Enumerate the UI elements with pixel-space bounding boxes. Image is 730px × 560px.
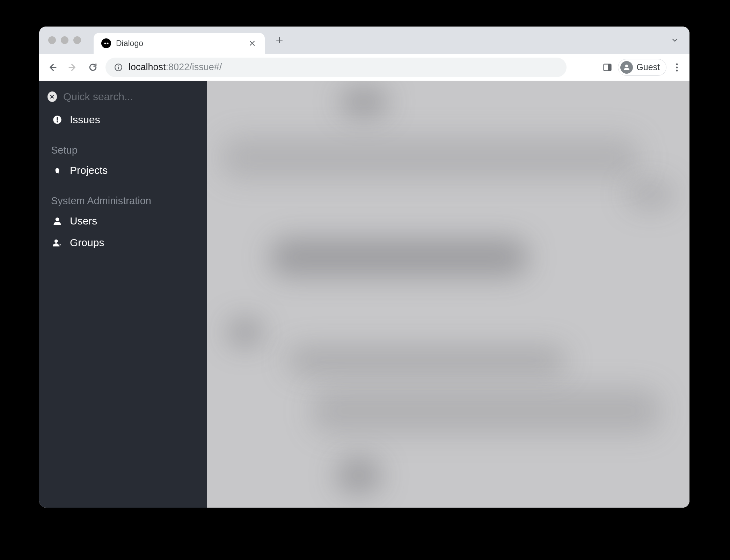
browser-window: Dialogo localhost:8022/issue#/ — [39, 27, 689, 508]
issues-icon — [52, 114, 63, 125]
group-icon — [52, 237, 63, 248]
tab-strip: Dialogo — [39, 27, 689, 54]
toolbar-right: Guest — [600, 59, 684, 76]
svg-point-7 — [676, 66, 678, 68]
window-close-button[interactable] — [48, 36, 56, 44]
browser-toolbar: localhost:8022/issue#/ Guest — [39, 54, 689, 81]
svg-rect-12 — [56, 173, 59, 174]
address-bar-url: localhost:8022/issue#/ — [129, 62, 222, 73]
svg-rect-4 — [608, 64, 611, 71]
app-sidebar: Issues Setup Projects System Administrat… — [39, 81, 207, 508]
nav-forward-button[interactable] — [65, 60, 80, 75]
tab-favicon-icon — [101, 38, 111, 48]
tab-close-button[interactable] — [247, 38, 257, 48]
sidebar-section-admin: System Administration — [39, 181, 207, 210]
profile-button[interactable]: Guest — [618, 59, 666, 76]
svg-point-6 — [676, 63, 678, 65]
page-content: Issues Setup Projects System Administrat… — [39, 81, 689, 508]
nav-back-button[interactable] — [45, 60, 60, 75]
sidebar-item-users[interactable]: Users — [39, 210, 207, 232]
new-tab-button[interactable] — [272, 33, 286, 47]
profile-avatar-icon — [620, 61, 633, 74]
sidebar-search-row — [39, 87, 207, 109]
svg-point-1 — [118, 65, 119, 66]
user-icon — [52, 215, 63, 227]
sidebar-item-label: Projects — [70, 164, 108, 176]
browser-tab[interactable]: Dialogo — [94, 33, 265, 54]
sidebar-item-projects[interactable]: Projects — [39, 160, 207, 181]
svg-point-8 — [676, 69, 678, 71]
search-clear-icon[interactable] — [48, 91, 57, 102]
tabs-dropdown-button[interactable] — [671, 36, 679, 44]
main-content-blurred — [207, 81, 689, 508]
tab-title: Dialogo — [116, 39, 247, 48]
svg-point-11 — [57, 121, 58, 123]
window-maximize-button[interactable] — [73, 36, 81, 44]
svg-point-5 — [625, 65, 628, 67]
address-bar[interactable]: localhost:8022/issue#/ — [105, 58, 567, 77]
svg-rect-10 — [57, 117, 58, 120]
nav-reload-button[interactable] — [85, 60, 101, 75]
site-info-icon[interactable] — [114, 63, 123, 72]
sidebar-section-setup: Setup — [39, 131, 207, 160]
sidebar-item-label: Groups — [70, 237, 104, 249]
profile-label: Guest — [636, 62, 660, 72]
sidebar-item-issues[interactable]: Issues — [39, 109, 207, 131]
projects-icon — [52, 165, 63, 176]
window-controls — [48, 36, 81, 44]
svg-point-13 — [56, 218, 59, 221]
sidebar-item-label: Users — [70, 215, 97, 227]
svg-point-14 — [54, 240, 58, 243]
side-panel-icon[interactable] — [600, 60, 614, 74]
sidebar-item-label: Issues — [70, 114, 100, 126]
browser-menu-button[interactable] — [670, 60, 684, 74]
search-input[interactable] — [63, 91, 198, 103]
svg-rect-2 — [118, 67, 119, 69]
window-minimize-button[interactable] — [61, 36, 68, 44]
sidebar-item-groups[interactable]: Groups — [39, 232, 207, 253]
